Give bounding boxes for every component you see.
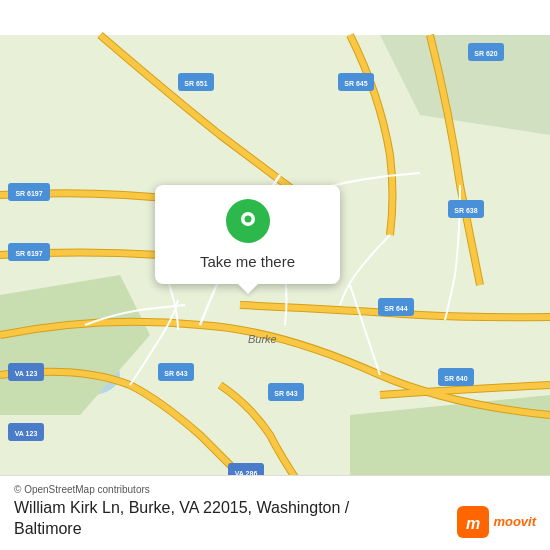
svg-text:SR 645: SR 645 xyxy=(344,80,367,87)
moovit-icon: m xyxy=(457,506,489,538)
svg-text:SR 643: SR 643 xyxy=(274,390,297,397)
svg-text:SR 651: SR 651 xyxy=(184,80,207,87)
svg-point-36 xyxy=(244,216,251,223)
location-title: William Kirk Ln, Burke, VA 22015, Washin… xyxy=(14,498,349,540)
take-me-there-button[interactable]: Take me there xyxy=(200,253,295,270)
svg-text:SR 6197: SR 6197 xyxy=(15,190,42,197)
svg-text:VA 123: VA 123 xyxy=(15,430,38,437)
location-pin-icon xyxy=(226,199,270,243)
svg-text:m: m xyxy=(466,515,480,532)
callout-popup: Take me there xyxy=(155,185,340,284)
svg-text:SR 643: SR 643 xyxy=(164,370,187,377)
bottom-bar: © OpenStreetMap contributors William Kir… xyxy=(0,475,550,550)
svg-text:SR 640: SR 640 xyxy=(444,375,467,382)
moovit-logo: m moovit xyxy=(457,506,536,538)
moovit-text: moovit xyxy=(493,515,536,529)
svg-text:SR 644: SR 644 xyxy=(384,305,407,312)
callout-arrow xyxy=(238,284,258,294)
map-attribution: © OpenStreetMap contributors xyxy=(14,484,536,495)
svg-text:SR 620: SR 620 xyxy=(474,50,497,57)
map-container[interactable]: SR 620 SR 651 SR 645 SR 638 SR 6197 SR 6… xyxy=(0,0,550,550)
svg-text:Burke: Burke xyxy=(248,333,277,345)
svg-text:VA 123: VA 123 xyxy=(15,370,38,377)
svg-text:SR 638: SR 638 xyxy=(454,207,477,214)
svg-text:SR 6197: SR 6197 xyxy=(15,250,42,257)
